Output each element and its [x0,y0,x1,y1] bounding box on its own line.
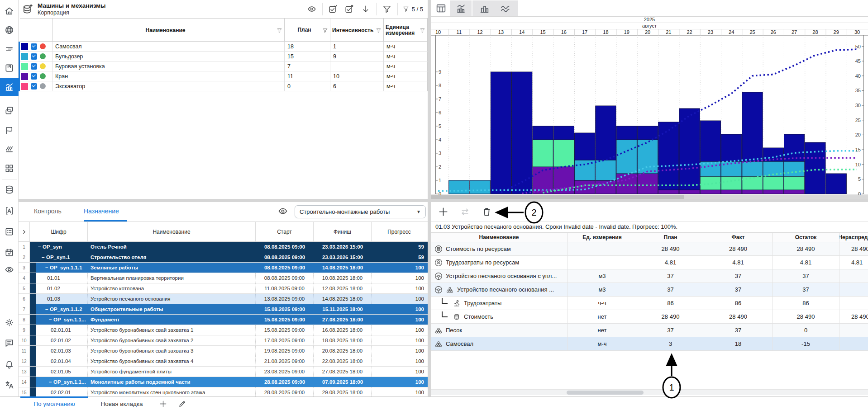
row-checkbox[interactable] [31,63,37,70]
resource-histogram-chart[interactable]: 2025август101112131415161718192021222324… [431,16,868,199]
scrollbar-thumb[interactable] [567,391,644,395]
sidebar-item-histogram-active[interactable] [0,78,19,96]
language-translate-icon[interactable] [4,379,15,391]
color-swatch[interactable] [21,53,28,60]
resources-horizontal-scrollbar[interactable] [431,389,868,395]
row-checkbox[interactable] [31,53,37,60]
collapse-icon[interactable]: − [38,244,43,250]
tab-assignment[interactable]: Назначение [84,202,127,220]
column-header-Старт[interactable]: Старт [256,222,314,241]
filter-icon[interactable] [420,28,425,33]
filter-count[interactable]: 5 / 5 [402,5,426,13]
bar-chart-icon[interactable] [478,2,491,14]
notifications-bell-icon[interactable] [4,359,15,370]
task-row[interactable]: 902.01.01Устройство буронабивных свай за… [19,325,428,335]
color-swatch[interactable] [21,43,28,50]
eye-icon[interactable] [277,206,289,217]
vertical-panel-divider[interactable] [428,0,431,396]
collapse-icon[interactable]: − [49,379,53,385]
task-row[interactable]: 1502.02.01Устройство монолитных стен цок… [19,387,428,396]
task-row[interactable]: 1002.01.02Устройство буронабивных свай з… [19,335,428,346]
resource-row[interactable]: Песокнет37370 [431,324,868,337]
dashboard-grid-icon[interactable] [4,163,15,174]
task-row[interactable]: 1102.01.03Устройство буронабивных свай з… [19,346,428,356]
swap-icon[interactable] [459,206,471,218]
add-tab-icon[interactable] [157,398,168,409]
row-checkbox[interactable] [31,83,37,90]
machine-row[interactable]: Экскаватор06м-ч [20,81,428,91]
column-header[interactable]: Наименование [431,233,568,242]
line-waves-icon[interactable] [499,2,511,14]
machines-vertical-scrollbar[interactable] [19,42,20,91]
trash-icon[interactable] [481,206,492,218]
task-row[interactable]: 2−OP_syn.1Строительство отеля08.08.2025 … [19,252,428,263]
resource-row[interactable]: Трудозатратыч-ч868686 [431,297,868,310]
globe-icon[interactable] [4,24,15,36]
task-row[interactable]: 401.01Вертикальная планировка территории… [19,273,428,283]
column-header[interactable]: Единица измерения [384,19,428,42]
row-checkbox[interactable] [31,73,37,80]
machine-row[interactable]: Буровая установка7м-ч [20,61,428,71]
resource-row[interactable]: Устройство песчаного основания ...м33737… [431,283,868,297]
collapse-icon[interactable]: − [45,306,50,312]
column-header[interactable]: Интенсивность [330,19,384,42]
task-row[interactable]: 1−OP_synОтель Речной08.08.2025 09:0023.0… [19,242,428,252]
pages-icon[interactable] [4,105,15,116]
filter-icon[interactable] [381,3,393,15]
home-icon[interactable] [4,5,15,17]
column-header-Наименование[interactable]: Наименование [88,222,256,241]
task-row[interactable]: 14−OP_syn.1.1...Монолитные работы подзем… [19,377,428,387]
text-attribute-icon[interactable] [4,205,15,217]
board-icon[interactable] [4,62,15,74]
task-row[interactable]: 8−OP_syn.1.1...Фундамент15.08.2025 09:00… [19,315,428,325]
horizontal-panel-divider[interactable] [19,199,868,202]
add-icon[interactable] [437,206,449,218]
color-swatch[interactable] [21,83,28,90]
column-header-Прогресс[interactable]: Прогресс [372,222,427,241]
resource-row[interactable]: Устройство песчаного основания с упл...м… [431,269,868,283]
flag-icon[interactable] [4,125,15,136]
resource-row[interactable]: Стоимость по ресурсам28 49028 49028 4902… [431,242,868,256]
column-header[interactable]: План [285,19,330,42]
column-header[interactable]: Наименование [52,19,285,42]
collapse-icon[interactable]: − [49,317,53,322]
task-row[interactable]: 601.03Устройство песчаного основания13.0… [19,294,428,304]
layout-tab-default[interactable]: По умолчанию [20,397,88,410]
collapse-icon[interactable]: − [42,254,46,260]
checkbox-check-icon[interactable] [327,3,339,15]
comments-icon[interactable] [4,337,15,349]
histogram-curve-icon[interactable] [454,2,467,14]
resource-row[interactable]: Стоимостьнет28 49028 49028 49028 490 [431,310,868,324]
column-header-Финиш[interactable]: Финиш [314,222,372,241]
calendar-check-icon[interactable] [4,247,15,258]
column-header[interactable]: Нераспред. [839,233,868,242]
list-box-icon[interactable] [4,226,15,237]
eye-icon[interactable] [306,3,318,15]
expand-chevron-icon[interactable] [21,229,27,235]
color-swatch[interactable] [21,63,28,70]
task-row[interactable]: 1202.01.04Устройство буронабивных свай з… [19,356,428,367]
checkbox-x-icon[interactable] [343,3,355,15]
machine-row[interactable]: Кран1110м-ч [20,71,428,81]
filter-icon[interactable] [277,28,282,33]
chart-scrollbar-thumb[interactable] [431,195,684,199]
column-header[interactable]: План [637,233,704,242]
edit-pencil-icon[interactable] [176,398,187,409]
work-type-dropdown[interactable]: Строительно-монтажные работы ▼ [295,205,426,218]
filter-icon[interactable] [376,28,382,33]
machine-row[interactable]: Самосвал181м-ч [20,42,428,52]
theme-brightness-icon[interactable] [4,317,15,328]
resource-row[interactable]: Самосвалм-ч318-15 [431,337,868,351]
column-header-expander[interactable] [19,222,30,241]
column-header[interactable]: Ед. измерения [568,233,637,242]
collapse-icon[interactable]: − [45,265,50,270]
column-header[interactable]: Остаток [773,233,839,242]
arrow-down-icon[interactable] [360,3,372,15]
layout-tab-new[interactable]: Новая вкладка [94,397,149,410]
resource-row[interactable]: Трудозатраты по ресурсам4.814.814.814.81 [431,256,868,269]
task-row[interactable]: 1302.01.05Устройство фундаментной плиты2… [19,367,428,377]
task-row[interactable]: 501.02Устройство котлована11.08.2025 09:… [19,283,428,294]
table-view-icon[interactable] [434,2,447,14]
filter-lines-icon[interactable] [4,43,15,55]
tab-control[interactable]: Контроль [34,202,70,220]
